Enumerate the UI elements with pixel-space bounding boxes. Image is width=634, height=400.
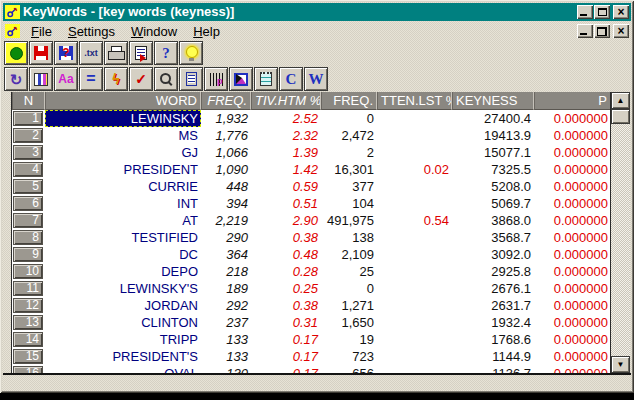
cell-pct1[interactable]: 2.52	[251, 110, 321, 127]
child-restore-button[interactable]	[594, 24, 610, 38]
cell-pct2[interactable]: 0.02	[377, 161, 452, 178]
cell-pct1[interactable]: 0.51	[251, 195, 321, 212]
cell-freq2[interactable]: 2	[321, 144, 377, 161]
columns-button[interactable]	[29, 67, 53, 91]
cell-pct2[interactable]	[377, 246, 452, 263]
menu-window[interactable]: Window	[123, 23, 185, 40]
cell-freq1[interactable]: 237	[201, 314, 251, 331]
column-header-keyness[interactable]: KEYNESS	[452, 92, 534, 110]
row-number-button[interactable]: 3	[13, 145, 43, 160]
row-number-button[interactable]: 11	[13, 281, 43, 296]
cell-p[interactable]: 0.000000	[534, 127, 611, 144]
cell-keyness[interactable]: 1932.4	[452, 314, 534, 331]
cell-p[interactable]: 0.000000	[534, 331, 611, 348]
cell-word[interactable]: OVAL	[45, 365, 201, 373]
row-number-button[interactable]: 14	[13, 332, 43, 347]
cell-keyness[interactable]: 27400.4	[452, 110, 534, 127]
cell-freq1[interactable]: 2,219	[201, 212, 251, 229]
cell-freq1[interactable]: 133	[201, 348, 251, 365]
cell-p[interactable]: 0.000000	[534, 263, 611, 280]
plot-button[interactable]: p	[204, 67, 228, 91]
cell-pct1[interactable]: 0.25	[251, 280, 321, 297]
cell-p[interactable]: 0.000000	[534, 365, 611, 373]
cell-freq2[interactable]: 2,472	[321, 127, 377, 144]
cell-freq2[interactable]: 656	[321, 365, 377, 373]
row-number-button[interactable]: 1	[13, 111, 43, 126]
cell-freq1[interactable]: 189	[201, 280, 251, 297]
maximize-button[interactable]	[594, 5, 610, 19]
cell-pct2[interactable]	[377, 348, 452, 365]
row-number-button[interactable]: 6	[13, 196, 43, 211]
cell-keyness[interactable]: 2631.7	[452, 297, 534, 314]
row-number-button[interactable]: 7	[13, 213, 43, 228]
cell-keyness[interactable]: 19413.9	[452, 127, 534, 144]
cell-pct2[interactable]	[377, 365, 452, 373]
cell-keyness[interactable]: 3092.0	[452, 246, 534, 263]
cell-freq1[interactable]: 1,776	[201, 127, 251, 144]
cell-freq1[interactable]: 133	[201, 331, 251, 348]
cell-p[interactable]: 0.000000	[534, 297, 611, 314]
cell-pct1[interactable]: 0.38	[251, 229, 321, 246]
cell-freq1[interactable]: 1,932	[201, 110, 251, 127]
cell-freq1[interactable]: 364	[201, 246, 251, 263]
cell-word[interactable]: TRIPP	[45, 331, 201, 348]
cell-freq1[interactable]: 448	[201, 178, 251, 195]
recompute-button[interactable]: ↻	[4, 67, 28, 91]
cell-pct2[interactable]	[377, 195, 452, 212]
scroll-up-button[interactable]: ▲	[611, 92, 630, 109]
cell-pct2[interactable]	[377, 331, 452, 348]
hint-button[interactable]	[179, 41, 203, 65]
cell-pct1[interactable]: 2.90	[251, 212, 321, 229]
cell-keyness[interactable]: 5069.7	[452, 195, 534, 212]
font-button[interactable]: Aa	[54, 67, 78, 91]
child-minimize-button[interactable]	[577, 24, 593, 38]
cell-freq2[interactable]: 377	[321, 178, 377, 195]
cell-keyness[interactable]: 5208.0	[452, 178, 534, 195]
cell-pct2[interactable]	[377, 314, 452, 331]
cell-p[interactable]: 0.000000	[534, 246, 611, 263]
cell-freq2[interactable]: 723	[321, 348, 377, 365]
menu-settings[interactable]: Settings	[60, 23, 123, 40]
column-header-freq[interactable]: FREQ.	[201, 92, 251, 110]
cell-p[interactable]: 0.000000	[534, 195, 611, 212]
layout-button[interactable]: =	[79, 67, 103, 91]
cell-pct1[interactable]: 2.32	[251, 127, 321, 144]
row-number-button[interactable]: 4	[13, 162, 43, 177]
cell-freq2[interactable]: 0	[321, 280, 377, 297]
print-button[interactable]	[104, 41, 128, 65]
column-header-n[interactable]: N	[12, 92, 45, 110]
column-header-word[interactable]: WORD	[45, 92, 201, 110]
cell-keyness[interactable]: 2925.8	[452, 263, 534, 280]
save-as-button[interactable]: ?	[54, 41, 78, 65]
cell-word[interactable]: CURRIE	[45, 178, 201, 195]
cell-freq2[interactable]: 0	[321, 110, 377, 127]
cell-freq2[interactable]: 1,271	[321, 297, 377, 314]
cell-pct2[interactable]	[377, 110, 452, 127]
cell-keyness[interactable]: 2676.1	[452, 280, 534, 297]
cell-freq1[interactable]: 290	[201, 229, 251, 246]
scrollbar-track[interactable]	[611, 124, 630, 356]
cell-keyness[interactable]: 15077.1	[452, 144, 534, 161]
row-number-button[interactable]: 12	[13, 298, 43, 313]
cell-freq2[interactable]: 491,975	[321, 212, 377, 229]
cell-pct1[interactable]: 0.17	[251, 365, 321, 373]
child-close-button[interactable]: ×	[613, 24, 629, 38]
cell-pct1[interactable]: 0.17	[251, 331, 321, 348]
cell-pct2[interactable]	[377, 280, 452, 297]
cell-keyness[interactable]: 1136.7	[452, 365, 534, 373]
cell-p[interactable]: 0.000000	[534, 229, 611, 246]
row-number-button[interactable]: 10	[13, 264, 43, 279]
cell-pct1[interactable]: 1.42	[251, 161, 321, 178]
cell-freq1[interactable]: 1,066	[201, 144, 251, 161]
scrollbar-thumb[interactable]	[611, 109, 630, 124]
cell-word[interactable]: PRESIDENT	[45, 161, 201, 178]
cell-word[interactable]: TESTIFIED	[45, 229, 201, 246]
column-header-tten-lst[interactable]: TTEN.LST %	[377, 92, 452, 110]
scroll-down-button[interactable]: ▼	[611, 356, 630, 373]
cell-word[interactable]: AT	[45, 212, 201, 229]
cell-word[interactable]: LEWINSKY'S	[45, 280, 201, 297]
cell-pct1[interactable]: 0.17	[251, 348, 321, 365]
cell-freq2[interactable]: 2,109	[321, 246, 377, 263]
cell-word[interactable]: JORDAN	[45, 297, 201, 314]
cell-word[interactable]: GJ	[45, 144, 201, 161]
